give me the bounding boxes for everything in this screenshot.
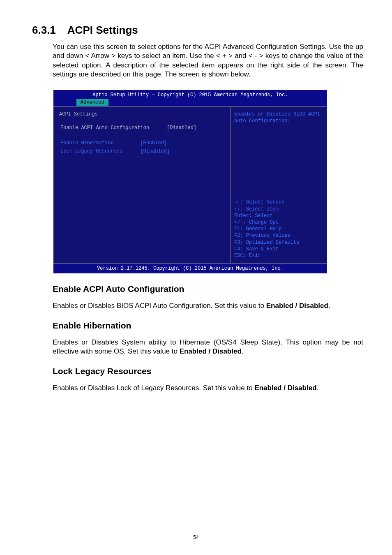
subheading-hibernation: Enable Hibernation <box>53 321 363 331</box>
bios-screenshot: Aptio Setup Utility – Copyright (C) 2015… <box>53 89 328 275</box>
bios-key-line: ↑↓: Select Item <box>234 206 324 213</box>
subheading-lock-legacy: Lock Legacy Resources <box>53 366 363 376</box>
text: Enables or Disables BIOS ACPI Auto Confi… <box>53 302 266 310</box>
bios-key-line: F4: Save & Exit <box>234 246 324 252</box>
page-number: 54 <box>0 534 392 540</box>
bios-option-label: Enable ACPI Auto Configuration <box>60 124 166 132</box>
bios-key-line: →←: Select Screen <box>234 199 324 206</box>
section-heading: 6.3.1ACPI Settings <box>32 24 363 37</box>
text: . <box>242 347 244 355</box>
bios-option-value: [Disabled] <box>166 124 213 132</box>
bios-title: Aptio Setup Utility – Copyright (C) 2015… <box>53 90 327 98</box>
bios-option-row: Enable ACPI Auto Configuration [Disabled… <box>60 124 213 132</box>
bios-option-label: Lock Legacy Resources <box>60 148 139 155</box>
bios-tab-advanced: Advanced <box>76 99 108 106</box>
bios-left-pane: ACPI Settings Enable ACPI Auto Configura… <box>53 107 231 263</box>
bold-value: Enabled / Disabled <box>266 302 328 310</box>
bios-help-text: Enables or Disables BIOS ACPI Auto Confi… <box>234 111 324 124</box>
bios-help-pane: Enables or Disables BIOS ACPI Auto Confi… <box>231 107 327 263</box>
bios-key-line: +/-: Change Opt. <box>234 219 324 226</box>
section-title: ACPI Settings <box>67 24 138 36</box>
section-number: 6.3.1 <box>32 24 56 36</box>
bios-footer: Version 2.17.1245. Copyright (C) 2015 Am… <box>53 264 327 273</box>
text: . <box>317 384 319 392</box>
text: . <box>328 302 330 310</box>
bios-key-line: F2: Previous Values <box>234 232 324 239</box>
bios-option-row: Lock Legacy Resources [Disabled] <box>60 148 186 155</box>
paragraph-lock-legacy: Enables or Disables Lock of Legacy Resou… <box>53 384 363 393</box>
bios-key-line: F1: General Help <box>234 226 324 232</box>
bold-value: Enabled / Disabled <box>180 347 242 355</box>
paragraph-auto-config: Enables or Disables BIOS ACPI Auto Confi… <box>53 301 363 310</box>
intro-paragraph: You can use this screen to select option… <box>53 42 363 79</box>
bios-key-line: F3: Optimized Defaults <box>234 239 324 246</box>
bios-pane-heading: ACPI Settings <box>59 111 225 118</box>
text: Enables or Disables Lock of Legacy Resou… <box>53 384 254 392</box>
bold-value: Enabled / Disabled <box>254 384 316 392</box>
bios-key-line: ESC: Exit <box>234 252 324 259</box>
bios-option-label: Enable Hibernation <box>60 139 139 147</box>
bios-key-line: Enter: Select <box>234 213 324 219</box>
bios-tab-row: Advanced <box>53 98 327 106</box>
paragraph-hibernation: Enables or Disables System ability to Hi… <box>53 338 363 356</box>
bios-option-row: Enable Hibernation [Enabled] <box>60 139 186 147</box>
bios-key-help: →←: Select Screen ↑↓: Select Item Enter:… <box>234 199 324 259</box>
bios-option-value: [Enabled] <box>140 139 186 147</box>
bios-option-value: [Disabled] <box>140 148 186 155</box>
subheading-auto-config: Enable ACPI Auto Configuration <box>53 284 363 294</box>
